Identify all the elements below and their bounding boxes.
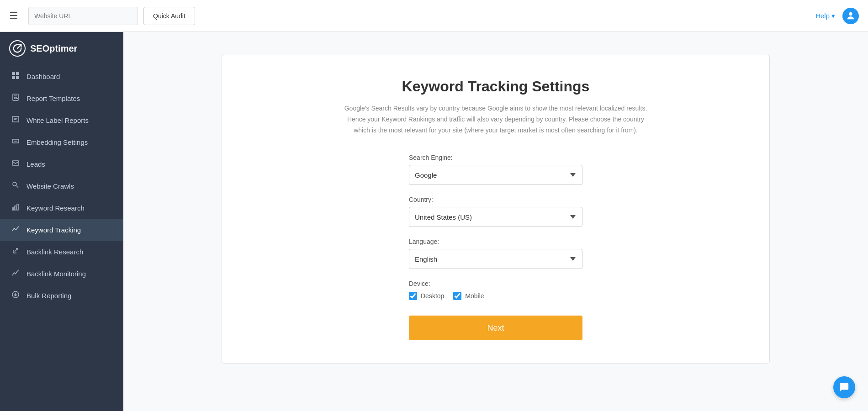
help-link[interactable]: Help ▾ (815, 12, 835, 20)
white-label-reports-icon (11, 116, 20, 125)
country-group: Country: United States (US) United Kingd… (409, 196, 582, 227)
sidebar-item-backlink-research-label: Backlink Research (26, 248, 83, 256)
sidebar-item-backlink-monitoring-label: Backlink Monitoring (26, 270, 86, 278)
svg-point-15 (13, 182, 16, 186)
sidebar-item-white-label-reports[interactable]: White Label Reports (0, 109, 123, 131)
report-templates-icon (11, 94, 20, 103)
language-select[interactable]: English Spanish French German (409, 249, 582, 269)
main-content: Keyword Tracking Settings Google's Searc… (123, 32, 868, 411)
page-title: Keyword Tracking Settings (402, 78, 590, 95)
sidebar-item-embedding-settings[interactable]: Embedding Settings (0, 131, 123, 153)
sidebar-item-bulk-reporting-label: Bulk Reporting (26, 292, 71, 300)
help-dropdown-icon: ▾ (831, 12, 835, 20)
language-label: Language: (409, 238, 582, 245)
embedding-settings-icon (11, 137, 20, 147)
svg-rect-2 (16, 72, 19, 75)
sidebar-item-keyword-tracking[interactable]: Keyword Tracking (0, 219, 123, 241)
sidebar-item-report-templates[interactable]: Report Templates (0, 87, 123, 109)
sidebar-item-bulk-reporting[interactable]: Bulk Reporting (0, 285, 123, 306)
help-label: Help (815, 12, 830, 20)
country-label: Country: (409, 196, 582, 203)
backlink-research-icon (11, 247, 20, 256)
chat-button[interactable] (833, 376, 855, 398)
sidebar-item-leads-label: Leads (26, 160, 45, 168)
url-input[interactable] (28, 7, 138, 25)
sidebar-item-backlink-research[interactable]: Backlink Research (0, 241, 123, 263)
bulk-reporting-icon (11, 291, 20, 300)
svg-rect-9 (12, 116, 19, 122)
svg-rect-14 (12, 161, 19, 165)
sidebar-item-embedding-settings-label: Embedding Settings (26, 138, 88, 146)
sidebar-item-keyword-research[interactable]: Keyword Research (0, 197, 123, 219)
hamburger-menu[interactable]: ☰ (9, 10, 18, 22)
header-right: Help ▾ (815, 8, 859, 24)
top-header: ☰ Quick Audit Help ▾ (0, 0, 868, 32)
language-group: Language: English Spanish French German (409, 238, 582, 269)
backlink-monitoring-icon (11, 269, 20, 278)
website-crawls-icon (11, 181, 20, 190)
sidebar-item-backlink-monitoring[interactable]: Backlink Monitoring (0, 263, 123, 285)
desktop-checkbox-item[interactable]: Desktop (409, 292, 444, 300)
keyword-tracking-icon (11, 225, 20, 234)
svg-rect-18 (15, 206, 16, 210)
sidebar-item-website-crawls-label: Website Crawls (26, 182, 74, 190)
next-button[interactable]: Next (409, 316, 582, 340)
keyword-research-icon (11, 203, 20, 212)
sidebar-item-leads[interactable]: Leads (0, 153, 123, 175)
svg-rect-1 (12, 72, 15, 75)
sidebar-item-dashboard[interactable]: Dashboard (0, 65, 123, 87)
brand-name: SEOptimer (30, 43, 77, 54)
svg-line-16 (16, 186, 19, 188)
header-left: ☰ Quick Audit (9, 7, 195, 25)
user-avatar[interactable] (842, 8, 859, 24)
mobile-checkbox[interactable] (453, 292, 461, 300)
search-engine-select[interactable]: Google Bing Yahoo (409, 165, 582, 185)
svg-point-0 (849, 12, 852, 15)
sidebar-item-website-crawls[interactable]: Website Crawls (0, 175, 123, 197)
country-select[interactable]: United States (US) United Kingdom (UK) C… (409, 207, 582, 227)
brand-logo (9, 40, 26, 57)
device-label: Device: (409, 280, 582, 287)
mobile-label: Mobile (465, 292, 484, 300)
form-section: Search Engine: Google Bing Yahoo Country… (409, 154, 582, 340)
sidebar-item-report-templates-label: Report Templates (26, 95, 80, 102)
leads-icon (11, 159, 20, 169)
sidebar-item-keyword-research-label: Keyword Research (26, 204, 85, 212)
search-engine-label: Search Engine: (409, 154, 582, 161)
sidebar: SEOptimer Dashboard Report Templates Whi… (0, 32, 123, 411)
search-engine-group: Search Engine: Google Bing Yahoo (409, 154, 582, 185)
sidebar-item-keyword-tracking-label: Keyword Tracking (26, 226, 81, 234)
brand-area: SEOptimer (0, 32, 123, 65)
dashboard-icon (11, 72, 20, 81)
sidebar-item-dashboard-label: Dashboard (26, 73, 60, 80)
settings-card: Keyword Tracking Settings Google's Searc… (222, 55, 770, 364)
mobile-checkbox-item[interactable]: Mobile (453, 292, 484, 300)
main-layout: SEOptimer Dashboard Report Templates Whi… (0, 32, 868, 411)
svg-rect-19 (17, 204, 18, 210)
quick-audit-button[interactable]: Quick Audit (143, 7, 195, 25)
sidebar-item-white-label-reports-label: White Label Reports (26, 116, 89, 124)
svg-rect-3 (12, 76, 15, 79)
desktop-label: Desktop (421, 292, 444, 300)
desktop-checkbox[interactable] (409, 292, 417, 300)
device-group: Device: Desktop Mobile (409, 280, 582, 300)
device-checkboxes: Desktop Mobile (409, 292, 582, 300)
svg-rect-17 (12, 208, 14, 210)
svg-rect-4 (16, 76, 19, 79)
page-description: Google's Search Results vary by country … (340, 103, 651, 136)
